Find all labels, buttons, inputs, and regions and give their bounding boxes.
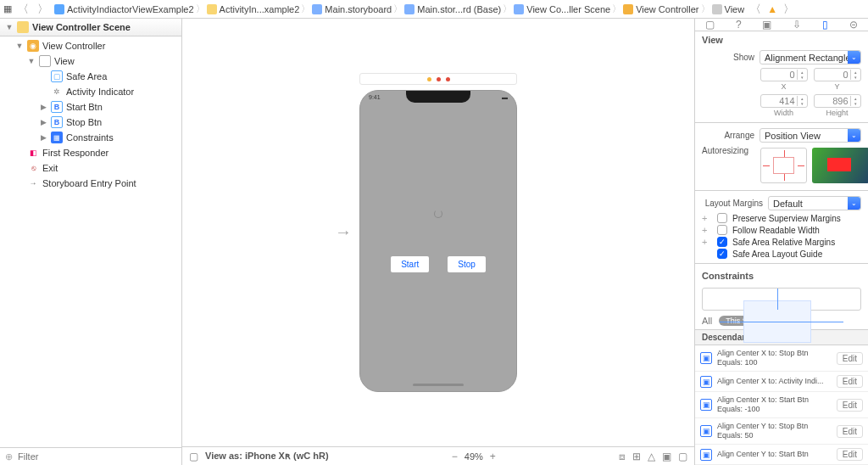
edit-button[interactable]: Edit <box>837 425 863 438</box>
outline-label: Stop Btn <box>66 117 102 127</box>
disclosure-icon[interactable]: ▼ <box>15 42 24 50</box>
device-label[interactable]: View as: iPhone Xʀ (wC hR) <box>205 451 329 462</box>
width-field[interactable]: 414▴▾ <box>760 94 808 108</box>
safe-icon: ▢ <box>51 70 63 82</box>
activity-indicator[interactable] <box>434 210 442 218</box>
edit-button[interactable]: Edit <box>837 448 863 461</box>
status-time: 9:41 <box>369 94 381 100</box>
height-label: Height <box>826 109 848 117</box>
breadcrumb-item[interactable]: View Co...ller Scene <box>514 4 610 14</box>
help-inspector-tab[interactable]: ? <box>736 19 742 31</box>
related-items-icon[interactable]: ▦ <box>3 3 12 14</box>
outline-toggle-icon[interactable]: ▢ <box>189 451 198 462</box>
arrange-select[interactable]: Position View ⌄ <box>760 128 861 143</box>
constraint-row[interactable]: ▣ Align Center Y to: Stop BtnEquals: 50 … <box>695 418 868 445</box>
checkbox[interactable] <box>717 213 727 223</box>
outline-row[interactable]: ▼ View <box>0 53 181 69</box>
canvas-body[interactable]: → 9:41 ▬ Start Stop <box>182 19 694 446</box>
breadcrumb-item[interactable]: View <box>712 4 745 14</box>
scene-dot1 <box>427 77 431 81</box>
edit-button[interactable]: Edit <box>837 375 863 388</box>
disclosure-icon[interactable]: ▶ <box>39 118 47 126</box>
outline-row[interactable]: ▶ B Start Btn <box>0 99 181 115</box>
device-frame[interactable]: 9:41 ▬ Start Stop <box>359 90 517 392</box>
constraint-icon: ▣ <box>700 399 712 411</box>
scene-titlebar[interactable] <box>359 73 517 85</box>
breadcrumb-item[interactable]: View Controller <box>623 4 698 14</box>
show-value: Alignment Rectangle <box>765 53 851 63</box>
nav-back[interactable]: 〈 <box>15 2 31 17</box>
edit-button[interactable]: Edit <box>837 352 863 365</box>
outline-filter[interactable]: ⊕ <box>0 447 181 465</box>
size-inspector-tab[interactable]: ▯ <box>822 19 828 31</box>
file-inspector-tab[interactable]: ▢ <box>705 19 715 31</box>
outline-row[interactable]: ▼ ◉ View Controller <box>0 38 181 53</box>
embed-icon[interactable]: ▣ <box>662 451 671 462</box>
x-label: X <box>781 82 786 91</box>
outline-tree[interactable]: ▼ ◉ View Controller ▼ View ▢ Safe Area ✲… <box>0 36 181 447</box>
align-icon[interactable]: ⧈ <box>619 451 626 462</box>
autoresize-control[interactable] <box>760 148 807 183</box>
zoom-level[interactable]: 49% <box>465 451 483 462</box>
checkbox[interactable]: ✓ <box>717 249 727 259</box>
entry-point-arrow-icon[interactable]: → <box>335 222 352 242</box>
disclosure-icon[interactable]: ▶ <box>39 103 47 111</box>
identity-inspector-tab[interactable]: ▣ <box>762 19 771 31</box>
crumb-back[interactable]: 〈 <box>748 2 764 17</box>
layout-margins-value: Default <box>773 199 803 209</box>
add-icon[interactable]: + <box>702 237 712 247</box>
outline-row[interactable]: ◧ First Responder <box>0 145 181 160</box>
show-select[interactable]: Alignment Rectangle ⌄ <box>760 50 861 64</box>
disclosure-icon[interactable]: ▼ <box>27 57 36 65</box>
connections-inspector-tab[interactable]: ⊝ <box>849 19 858 31</box>
breadcrumb-item[interactable]: Main.stor...rd (Base) <box>404 4 501 14</box>
outline-label: First Responder <box>42 148 108 158</box>
attributes-inspector-tab[interactable]: ⇩ <box>793 19 801 31</box>
constraint-row[interactable]: ▣ Align Center X to: Activity Indi... Ed… <box>695 372 868 392</box>
pin-icon[interactable]: ⊞ <box>632 451 641 462</box>
disclosure-icon[interactable]: ▶ <box>39 133 47 142</box>
nav-forward[interactable]: 〉 <box>35 2 51 17</box>
outline-header[interactable]: ▼ View Controller Scene <box>0 19 181 36</box>
y-field[interactable]: 0▴▾ <box>814 68 861 81</box>
x-field[interactable]: 0▴▾ <box>760 68 808 81</box>
warning-icon[interactable]: ▲ <box>767 3 777 15</box>
breadcrumb-bar: ▦ 〈 〉 ActivityIndiactorViewExample2〉Acti… <box>0 0 868 19</box>
checkbox[interactable] <box>717 225 727 235</box>
constraints-diagram[interactable] <box>702 288 861 311</box>
constraints-all[interactable]: All <box>702 316 712 326</box>
crumb-forward[interactable]: 〉 <box>781 2 797 17</box>
breadcrumb-item[interactable]: Main.storyboard <box>312 4 392 14</box>
outline-row[interactable]: ▢ Safe Area <box>0 69 181 84</box>
layout-margins-select[interactable]: Default ⌄ <box>768 196 861 210</box>
disclosure-icon[interactable]: ▼ <box>5 23 14 31</box>
zoom-out-icon[interactable]: − <box>452 451 458 462</box>
inspector-tabs: ▢ ? ▣ ⇩ ▯ ⊝ <box>695 19 868 31</box>
edit-button[interactable]: Edit <box>837 399 863 412</box>
start-button[interactable]: Start <box>391 256 429 272</box>
stop-button[interactable]: Stop <box>448 256 486 272</box>
y-label: Y <box>834 82 839 91</box>
constraint-row[interactable]: ▣ Align Center X to: Start BtnEquals: -1… <box>695 392 868 418</box>
constraint-row[interactable]: ▣ Align Center Y to: Start Btn Edit <box>695 445 868 465</box>
autoresize-preview <box>812 148 868 183</box>
scene[interactable]: 9:41 ▬ Start Stop <box>359 73 517 392</box>
constraint-row[interactable]: ▣ Align Center X to: Stop BtnEquals: 100… <box>695 345 868 372</box>
breadcrumb-item[interactable]: ActivityIn...xample2 <box>207 4 300 14</box>
height-field[interactable]: 896▴▾ <box>814 94 861 108</box>
zoom-in-icon[interactable]: + <box>490 451 496 462</box>
outline-row[interactable]: ✲ Activity Indicator <box>0 84 181 99</box>
add-icon[interactable]: + <box>702 213 712 223</box>
add-icon[interactable]: + <box>702 225 712 235</box>
outline-row[interactable]: ▶ ▦ Constraints <box>0 130 181 145</box>
filter-input[interactable] <box>16 451 176 462</box>
home-indicator <box>413 384 464 386</box>
outline-row[interactable]: ⎋ Exit <box>0 160 181 176</box>
outline-row[interactable]: ▶ B Stop Btn <box>0 115 181 130</box>
outline-row[interactable]: → Storyboard Entry Point <box>0 176 181 191</box>
checkbox[interactable]: ✓ <box>717 237 727 247</box>
document-outline: ▼ View Controller Scene ▼ ◉ View Control… <box>0 19 182 465</box>
resolve-icon[interactable]: △ <box>648 451 655 462</box>
canvas-toggle-icon[interactable]: ▢ <box>678 451 687 462</box>
breadcrumb-item[interactable]: ActivityIndiactorViewExample2 <box>54 4 194 14</box>
